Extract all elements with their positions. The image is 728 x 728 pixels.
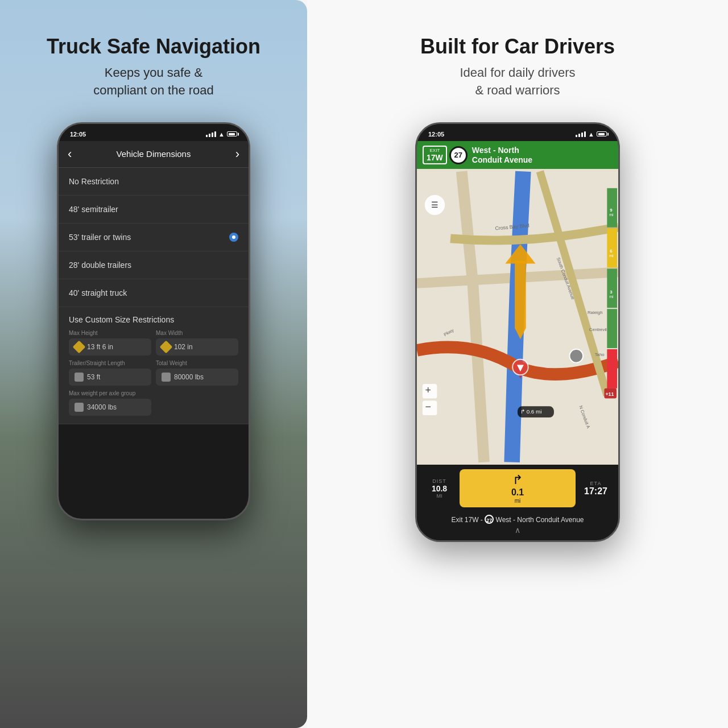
right-title: Built for Car Drivers (420, 34, 615, 59)
eta-value: 17:27 (584, 486, 607, 497)
max-width-field[interactable]: 102 in (156, 338, 238, 355)
back-button[interactable]: ‹ (68, 147, 72, 162)
max-height-label: Max Height (69, 330, 151, 336)
svg-text:mi: mi (609, 254, 614, 258)
total-weight-field[interactable]: 80000 lbs (156, 369, 238, 386)
direction-line1: West - North (472, 146, 613, 155)
right-subtitle: Ideal for daily drivers& road warriors (420, 64, 615, 100)
right-panel: Built for Car Drivers Ideal for daily dr… (307, 0, 728, 728)
width-icon (160, 340, 173, 353)
nav-bottom-bar: DIST 10.8 MI ↱ 0.1 mi ETA 17:27 (417, 465, 618, 512)
bar4r (584, 131, 586, 137)
signal-icon (206, 131, 216, 137)
48-semitrailer-label: 48' semitrailer (69, 205, 118, 214)
phone-left: 12:05 ▲ ‹ Vehicle Dimensions › (57, 122, 250, 520)
status-time-left: 12:05 (70, 131, 86, 138)
bottom-street-info: Exit 17W - 27 West - North Conduit Avenu… (417, 512, 618, 540)
status-icons-left: ▲ (206, 131, 237, 138)
nav-direction-text: West - North Conduit Avenue (472, 146, 613, 165)
radio-inner (232, 235, 235, 239)
svg-text:+: + (425, 384, 431, 396)
left-subtitle: Keeps you safe &compliant on the road (47, 64, 260, 100)
svg-marker-1 (515, 261, 526, 340)
svg-text:↱ 0.6 mi: ↱ 0.6 mi (520, 408, 542, 415)
turn-unit: mi (515, 498, 521, 504)
turn-dist: 0.1 (511, 487, 524, 498)
menu-item-48-semitrailer[interactable]: 48' semitrailer (59, 196, 249, 224)
left-title: Truck Safe Navigation (47, 34, 260, 59)
left-text-block: Truck Safe Navigation Keeps you safe &co… (24, 0, 283, 117)
svg-text:Taho: Taho (595, 352, 605, 357)
swipe-handle[interactable]: ∧ (424, 526, 611, 535)
max-height-value: 13 ft 6 in (87, 343, 113, 351)
eta-label: ETA (590, 481, 602, 486)
axle-weight-field[interactable]: 34000 lbs (69, 399, 151, 416)
status-time-right: 12:05 (428, 131, 444, 138)
axle-weight-label: Max weight per axle group (69, 390, 238, 396)
bar4 (214, 131, 216, 137)
max-width-group: Max Width 102 in (156, 330, 238, 355)
axle-icon (75, 403, 84, 412)
max-width-label: Max Width (156, 330, 238, 336)
exit-label: EXIT (427, 148, 443, 153)
right-text-block: Built for Car Drivers Ideal for daily dr… (398, 0, 638, 117)
menu-item-40-straight[interactable]: 40' straight truck (59, 279, 249, 307)
forward-button[interactable]: › (235, 147, 239, 162)
battery-icon (227, 131, 237, 136)
length-icon (75, 373, 84, 382)
axle-weight-value: 34000 lbs (87, 403, 117, 411)
bar2r (578, 134, 580, 137)
signal-icon-right (576, 131, 586, 137)
left-panel: Truck Safe Navigation Keeps you safe &co… (0, 0, 307, 728)
svg-rect-17 (607, 309, 617, 349)
svg-rect-18 (607, 349, 617, 388)
svg-rect-16 (607, 269, 617, 308)
svg-text:☰: ☰ (431, 201, 439, 210)
status-bar-right: 12:05 ▲ (417, 124, 618, 141)
status-icons-right: ▲ (576, 131, 607, 138)
vehicle-dimensions-header: ‹ Vehicle Dimensions › (59, 141, 249, 168)
bar2 (209, 134, 210, 137)
route-number-badge: 27 (485, 515, 494, 524)
radio-selected-icon (229, 233, 238, 242)
bar1r (576, 135, 577, 137)
map-area: Cross Bay Blvd South Conduit Avenue Rale… (417, 169, 618, 465)
total-weight-label: Total Weight (156, 360, 238, 366)
eta-section: ETA 17:27 (580, 481, 611, 497)
menu-item-custom[interactable]: Use Custom Size Restrictions Max Height … (59, 307, 249, 424)
nav-header-title: Vehicle Dimensions (117, 149, 191, 159)
dist-label: DIST (432, 478, 446, 484)
svg-text:Raleigh: Raleigh (588, 310, 603, 315)
wifi-icon: ▲ (218, 131, 225, 138)
custom-inputs-grid: Max Height 13 ft 6 in Max Width 102 in (69, 330, 238, 416)
trailer-length-value: 53 ft (87, 373, 100, 381)
axle-weight-group: Max weight per axle group 34000 lbs (69, 390, 238, 416)
turn-section: ↱ 0.1 mi (460, 469, 576, 507)
notch-right (495, 124, 540, 134)
menu-list: No Restriction 48' semitrailer 53' trail… (59, 168, 249, 424)
bar3 (212, 133, 213, 137)
distance-section: DIST 10.8 MI (424, 478, 455, 499)
wifi-icon-right: ▲ (588, 131, 594, 138)
svg-text:−: − (425, 402, 431, 413)
menu-item-53-trailer[interactable]: 53' trailer or twins (59, 224, 249, 251)
menu-item-no-restriction[interactable]: No Restriction (59, 168, 249, 196)
bar3r (581, 133, 583, 137)
custom-label: Use Custom Size Restrictions (69, 315, 238, 324)
total-weight-group: Total Weight 80000 lbs (156, 360, 238, 386)
menu-item-28-double[interactable]: 28' double trailers (59, 251, 249, 279)
battery-fill-right (598, 133, 605, 135)
battery-icon-right (597, 131, 607, 136)
no-restriction-label: No Restriction (69, 177, 119, 186)
exit-badge: EXIT 17W (423, 146, 447, 164)
trailer-length-field[interactable]: 53 ft (69, 369, 151, 386)
height-icon (73, 340, 86, 353)
route-badge: 27 (449, 146, 468, 164)
svg-text:Centrevil: Centrevil (589, 327, 607, 332)
status-bar-left: 12:05 ▲ (59, 124, 249, 141)
phone-right: 12:05 ▲ EXIT 17W 2 (415, 122, 620, 543)
trailer-length-label: Trailer/Straight Length (69, 360, 151, 366)
max-height-field[interactable]: 13 ft 6 in (69, 338, 151, 355)
28-double-label: 28' double trailers (69, 260, 131, 270)
53-trailer-label: 53' trailer or twins (69, 233, 131, 242)
